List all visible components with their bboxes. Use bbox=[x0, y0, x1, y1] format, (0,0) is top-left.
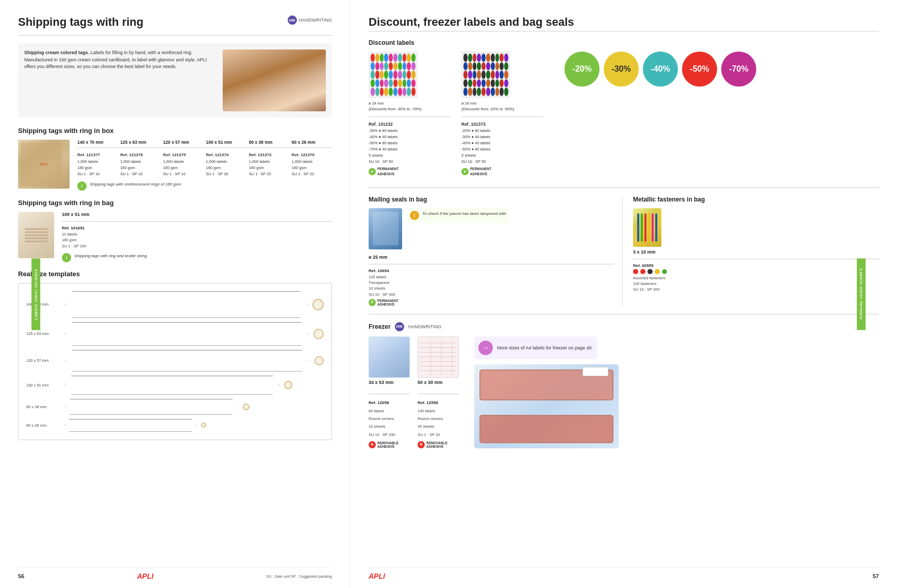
fridge-label-sticker bbox=[583, 367, 608, 376]
ref-col-2: Ref. 121375 1,000 labels 160 gsm SU 1 · … bbox=[163, 152, 203, 177]
dot bbox=[393, 62, 397, 71]
right-page: Labels other formats Discount, freezer l… bbox=[351, 0, 897, 588]
dot-dark bbox=[468, 62, 472, 71]
dot-dark bbox=[491, 88, 495, 96]
dot bbox=[407, 71, 411, 79]
size-header-4: 80 x 38 mm bbox=[249, 140, 289, 145]
right-page-number: 57 bbox=[873, 573, 879, 579]
dot-dark bbox=[468, 71, 472, 79]
dot bbox=[380, 54, 384, 62]
dot-dark bbox=[463, 62, 468, 71]
bag-tag-4 bbox=[25, 238, 48, 239]
intro-image-inner bbox=[223, 49, 326, 111]
seal-detail-0: 120 labels bbox=[369, 274, 614, 280]
dot-dark bbox=[463, 54, 468, 62]
arrow-note-text: More sizes of A4 labels for freezer on p… bbox=[497, 345, 593, 350]
fast-sep bbox=[633, 259, 879, 259]
ref-su-3: SU 1 · SP 20 bbox=[206, 171, 246, 177]
seal-detail-1: Transparent bbox=[369, 280, 614, 285]
template-row-3: 100 x 51 mm bbox=[26, 376, 324, 395]
dot-dark bbox=[473, 62, 477, 71]
dot-dark bbox=[500, 88, 504, 96]
dot bbox=[389, 71, 393, 79]
template-shape-1 bbox=[65, 322, 308, 346]
left-perm-badge: P PERMANENTADHESIVE bbox=[369, 166, 398, 177]
left-item-3: -70% ● 40 labels bbox=[369, 146, 451, 153]
left-page: Labels other formats Shipping tags with … bbox=[0, 0, 351, 588]
dot-dark bbox=[491, 71, 495, 79]
dot bbox=[380, 79, 384, 88]
wire-2 bbox=[644, 213, 646, 242]
wire-5 bbox=[655, 213, 657, 242]
dot-dark bbox=[481, 54, 486, 62]
freezer-main-row: 34 x 53 mm Ref. 12058 60 labels Round co… bbox=[369, 337, 879, 448]
size-header-0: 140 x 70 mm bbox=[77, 140, 118, 145]
template-shape-2 bbox=[65, 350, 309, 372]
left-item-0: -30% ● 80 labels bbox=[369, 128, 451, 134]
freezer-img-2-inner bbox=[420, 339, 456, 375]
disc-circle-4: -70% bbox=[721, 52, 756, 87]
freezer-img-2 bbox=[418, 337, 459, 378]
mailing-seals-row: i To check if the parcel has been tamper… bbox=[369, 208, 614, 252]
dot bbox=[375, 79, 379, 88]
ref-qty-2: 1,000 labels bbox=[163, 159, 203, 165]
dot bbox=[411, 79, 416, 88]
dot-dark bbox=[477, 71, 481, 79]
wire-3 bbox=[648, 213, 650, 242]
right-item-2: -40% ● 40 labels bbox=[461, 140, 544, 146]
box-label: APLI bbox=[40, 162, 48, 166]
freezer-size-2: 50 x 30 mm bbox=[418, 380, 459, 385]
dot bbox=[407, 79, 411, 88]
ref-col-0: Ref. 121377 1,000 labels 160 gsm SU 1 · … bbox=[77, 152, 118, 177]
left-page-number: 56 bbox=[18, 573, 24, 579]
discount-section: Discount labels bbox=[369, 39, 879, 177]
ref-gsm-3: 160 gsm bbox=[206, 165, 246, 171]
right-item-0: -20% ● 80 labels bbox=[461, 128, 544, 134]
template-label-4: 80 x 38 mm bbox=[26, 405, 60, 409]
left-ref-block: Ref. 101232 -30% ● 80 labels -40% ● 40 l… bbox=[369, 121, 451, 177]
mailing-seals-header: Mailing seals in bag bbox=[369, 196, 614, 203]
seal-detail-2: 10 sheets bbox=[369, 285, 614, 291]
freezer-header: Freezer HW HANDWRITING bbox=[369, 322, 879, 331]
size-header-5: 60 x 26 mm bbox=[292, 140, 332, 145]
dot-dark bbox=[477, 79, 481, 88]
intro-text: Shipping cream colored tags. Labels for … bbox=[24, 49, 215, 111]
dot bbox=[398, 54, 402, 62]
right-ref-block: Ref. 101373 -20% ● 80 labels -30% ● 40 l… bbox=[461, 121, 544, 177]
dot-dark bbox=[500, 62, 504, 71]
templates-grid: 140 x 70 mm 125 x 63 mm 120 x 57 mm 100 … bbox=[18, 283, 332, 440]
footer-note: SU : Sale unit SP : Suggested packing bbox=[266, 574, 332, 579]
tags-table: 140 x 70 mm 125 x 63 mm 120 x 57 mm 100 … bbox=[77, 140, 332, 191]
info-icon-1: i bbox=[77, 181, 87, 191]
dot-dark bbox=[477, 88, 481, 96]
dot-dark bbox=[481, 88, 486, 96]
template-row-2: 120 x 57 mm bbox=[26, 350, 324, 372]
perm-text-left: PERMANENTADHESIVE bbox=[377, 166, 398, 177]
template-label-1: 125 x 63 mm bbox=[26, 331, 60, 336]
left-page-title: Shipping tags with ring bbox=[18, 15, 143, 29]
ref-su-5: SU 1 · SP 20 bbox=[292, 171, 332, 177]
dot-dark bbox=[481, 71, 486, 79]
freezer-right-col: → More sizes of A4 labels for freezer on… bbox=[474, 337, 879, 448]
right-item-3: -50% ● 80 labels bbox=[461, 146, 544, 153]
dot-dark bbox=[495, 54, 500, 62]
ref-qty-4: 1,000 labels bbox=[249, 159, 289, 165]
discount-section-header: Discount labels bbox=[369, 39, 879, 46]
bag-detail-2: SU 1 · SP 100 bbox=[62, 243, 332, 249]
dot bbox=[384, 62, 388, 71]
dots-inner-left bbox=[371, 54, 416, 96]
fast-detail-1: 100 fasteners bbox=[633, 281, 879, 287]
ref-num-5: Ref. 121370 bbox=[292, 152, 332, 159]
dot-dark bbox=[468, 54, 472, 62]
freezer-section: Freezer HW HANDWRITING 34 x 53 mm Ref. 1… bbox=[369, 322, 879, 448]
dot bbox=[407, 88, 411, 96]
disc-circle-3: -50% bbox=[682, 52, 717, 87]
dot-dark bbox=[500, 71, 504, 79]
ref-col-5: Ref. 121370 1,000 labels 160 gsm SU 1 · … bbox=[292, 152, 332, 177]
info-text-1: Shipping tags with reinforcement rings o… bbox=[90, 181, 181, 188]
freezer-ref-2: Ref. 12558 bbox=[418, 400, 459, 405]
fp2-d3: SU 1 · SP 10 bbox=[418, 432, 459, 438]
ref-num-4: Ref. 121372 bbox=[249, 152, 289, 159]
dot bbox=[371, 71, 375, 79]
bag-detail-1: 160 gsm bbox=[62, 237, 332, 243]
